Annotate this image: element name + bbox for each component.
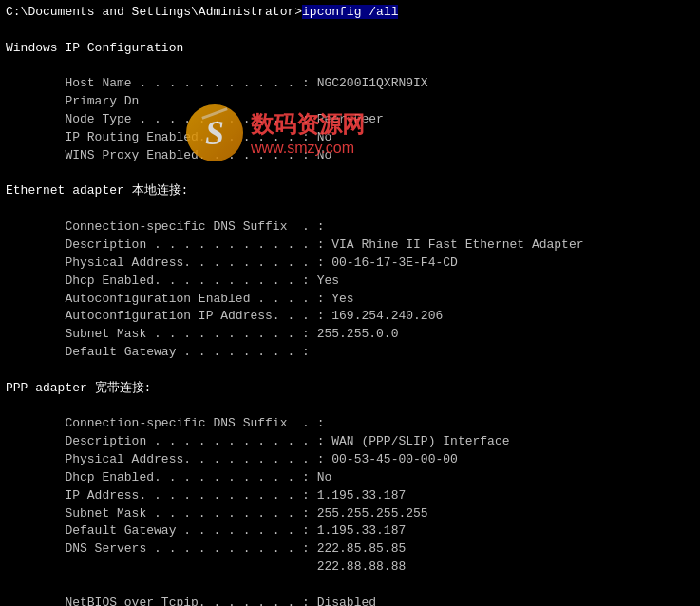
eth-autoconfig-ip: Autoconfiguration IP Address. . . : 169.… bbox=[6, 308, 694, 326]
ppp-dns1: DNS Servers . . . . . . . . . . : 222.85… bbox=[6, 540, 694, 559]
eth-description: Description . . . . . . . . . . . : VIA … bbox=[6, 237, 694, 255]
blank-6 bbox=[6, 398, 694, 416]
primary-dns-line: Primary Dn bbox=[6, 93, 694, 111]
eth-subnet: Subnet Mask . . . . . . . . . . : 255.25… bbox=[6, 326, 694, 344]
node-type-line: Node Type . . . . . . . . . . . : Peer-P… bbox=[6, 111, 694, 129]
ppp-ip-address: IP Address. . . . . . . . . . . : 1.195.… bbox=[6, 487, 694, 505]
ppp-gateway: Default Gateway . . . . . . . . : 1.195.… bbox=[6, 522, 694, 540]
eth-dns-suffix: Connection-specific DNS Suffix . : bbox=[6, 218, 694, 237]
ppp-header: PPP adapter 宽带连接: bbox=[6, 380, 694, 398]
ppp-netbios: NetBIOS over Tcpip. . . . . . . : Disabl… bbox=[6, 595, 694, 606]
blank-1 bbox=[6, 22, 694, 40]
eth-physical: Physical Address. . . . . . . . . : 00-1… bbox=[6, 255, 694, 273]
ppp-dhcp: Dhcp Enabled. . . . . . . . . . : No bbox=[6, 469, 694, 487]
ppp-physical: Physical Address. . . . . . . . . : 00-5… bbox=[6, 451, 694, 469]
ip-routing-line: IP Routing Enabled. . . . . . . : No bbox=[6, 129, 694, 147]
terminal-window: C:\Documents and Settings\Administrator>… bbox=[0, 0, 700, 606]
eth-dhcp: Dhcp Enabled. . . . . . . . . . : Yes bbox=[6, 273, 694, 291]
ppp-dns-suffix: Connection-specific DNS Suffix . : bbox=[6, 415, 694, 433]
blank-3 bbox=[6, 165, 694, 183]
ppp-description: Description . . . . . . . . . . . : WAN … bbox=[6, 433, 694, 451]
ppp-dns2: 222.88.88.88 bbox=[6, 559, 694, 577]
host-name-line: Host Name . . . . . . . . . . . : NGC200… bbox=[6, 75, 694, 93]
eth-gateway: Default Gateway . . . . . . . . : bbox=[6, 344, 694, 362]
wins-proxy-line: WINS Proxy Enabled. . . . . . . : No bbox=[6, 147, 694, 165]
blank-5 bbox=[6, 362, 694, 380]
blank-2 bbox=[6, 58, 694, 76]
command-text: ipconfig /all bbox=[302, 5, 398, 19]
blank-7 bbox=[6, 577, 694, 595]
prompt-line: C:\Documents and Settings\Administrator>… bbox=[6, 4, 694, 22]
blank-4 bbox=[6, 200, 694, 218]
windows-ip-config: Windows IP Configuration bbox=[6, 40, 694, 58]
eth-autoconfig: Autoconfiguration Enabled . . . . : Yes bbox=[6, 291, 694, 309]
ethernet-header: Ethernet adapter 本地连接: bbox=[6, 182, 694, 200]
ppp-subnet: Subnet Mask . . . . . . . . . . : 255.25… bbox=[6, 505, 694, 523]
